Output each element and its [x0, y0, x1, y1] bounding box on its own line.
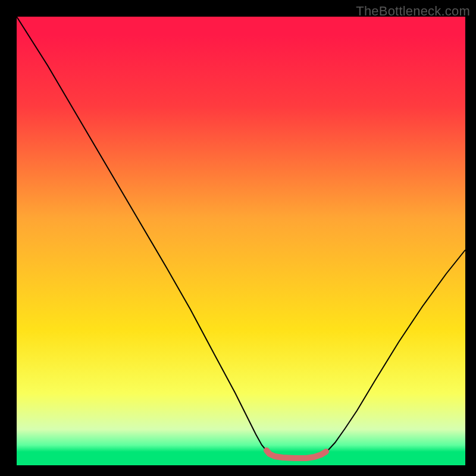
plot-background — [17, 17, 465, 465]
chart-frame: TheBottleneck.com — [0, 0, 476, 476]
bottleneck-chart — [0, 0, 476, 476]
